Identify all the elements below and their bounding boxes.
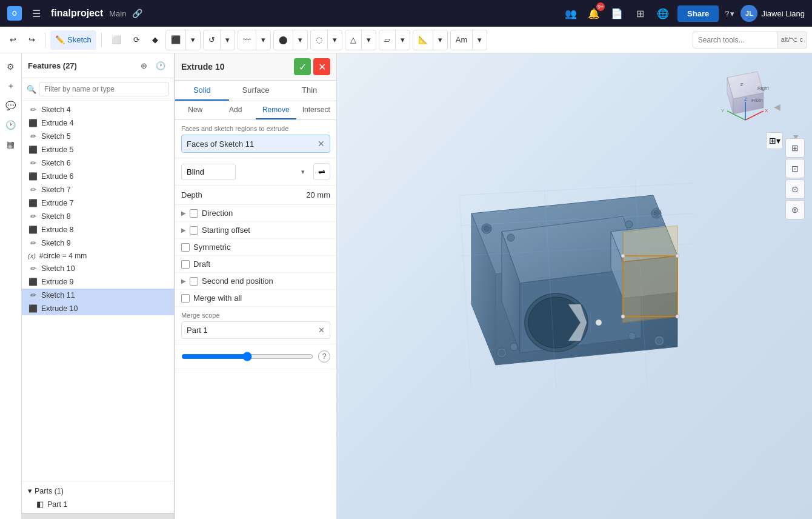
op-new[interactable]: New: [175, 101, 216, 119]
feature-item-extrude10[interactable]: ⬛ Extrude 10: [22, 302, 174, 315]
dialog-cancel-button[interactable]: ✕: [313, 58, 330, 75]
merge-scope-clear-icon[interactable]: ✕: [318, 326, 325, 335]
feature-item-sketch7[interactable]: ✏ Sketch 7: [22, 183, 174, 196]
tab-surface[interactable]: Surface: [229, 81, 283, 101]
feature-item-extrude5[interactable]: ⬛ Extrude 5: [22, 143, 174, 156]
direction-row[interactable]: ▶ Direction: [175, 205, 336, 222]
method-select[interactable]: Blind Through All Up to Face Up to Verte…: [181, 164, 236, 180]
link-icon[interactable]: 🔗: [132, 8, 142, 18]
view-control-3[interactable]: ⊙: [785, 179, 805, 199]
measure-dropdown[interactable]: ▾: [433, 30, 447, 50]
extrude-button[interactable]: ⬛: [166, 30, 186, 50]
merge-all-checkbox[interactable]: [181, 294, 190, 303]
menu-icon[interactable]: ☰: [28, 5, 45, 22]
flip-direction-button[interactable]: ⇌: [313, 163, 330, 180]
feature-item-variable[interactable]: (x) #circle = 4 mm: [22, 250, 174, 262]
view-dropdown-arrow[interactable]: ▾: [473, 30, 487, 50]
history-icon[interactable]: 🕐: [2, 116, 19, 133]
view-control-4[interactable]: ⊚: [785, 200, 805, 219]
op-remove[interactable]: Remove: [256, 101, 296, 119]
view-button-1[interactable]: ⬜: [107, 30, 126, 50]
redo-button[interactable]: ↪: [24, 30, 40, 50]
comments-icon[interactable]: 💬: [2, 97, 19, 114]
second-end-checkbox[interactable]: [190, 277, 198, 286]
notification-badge[interactable]: 🔔 9+: [585, 5, 602, 22]
help-button[interactable]: ? ▾: [725, 9, 734, 18]
starting-offset-checkbox[interactable]: [190, 226, 198, 235]
tab-thin[interactable]: Thin: [282, 81, 336, 101]
feature-item-sketch6[interactable]: ✏ Sketch 6: [22, 156, 174, 170]
measure-button[interactable]: 📐: [413, 30, 433, 50]
merge-all-row[interactable]: Merge with all: [175, 290, 336, 307]
feature-item-extrude9[interactable]: ⬛ Extrude 9: [22, 275, 174, 289]
collaboration-icon[interactable]: 👥: [562, 5, 579, 22]
part-item-1[interactable]: ◧ Part 1: [22, 498, 174, 511]
tools-icon[interactable]: ⚙: [2, 58, 19, 75]
mirror-button[interactable]: ⬤: [274, 30, 293, 50]
history-feature-icon[interactable]: 🕐: [153, 58, 168, 73]
nav-cube[interactable]: Z Front Right X Y Z: [715, 65, 776, 126]
sketch-icon-10: ✏: [28, 264, 38, 273]
feature-item-sketch9[interactable]: ✏ Sketch 9: [22, 236, 174, 250]
feature-item-sketch11[interactable]: ✏ Sketch 11: [22, 289, 174, 302]
mirror-dropdown[interactable]: ▾: [293, 30, 307, 50]
plane-button[interactable]: ▱: [379, 30, 396, 50]
feature-item-extrude7[interactable]: ⬛ Extrude 7: [22, 196, 174, 210]
add-feature-icon[interactable]: ⊕: [136, 58, 151, 73]
starting-offset-row[interactable]: ▶ Starting offset: [175, 222, 336, 239]
transform-button[interactable]: ⟳: [128, 30, 145, 50]
main-content: ⚙ ＋ 💬 🕐 ▦ Features (27) ⊕ 🕐 🔍 ✏ Sketch 4: [0, 53, 812, 519]
dialog-confirm-button[interactable]: ✓: [294, 58, 311, 75]
feature-search-input[interactable]: [39, 82, 169, 96]
sweep-dropdown[interactable]: ▾: [256, 30, 270, 50]
feature-item-extrude4[interactable]: ⬛ Extrude 4: [22, 116, 174, 130]
faces-clear-icon[interactable]: ✕: [318, 139, 325, 149]
op-intersect[interactable]: Intersect: [296, 101, 337, 119]
plane-dropdown[interactable]: ▾: [396, 30, 410, 50]
chamfer-dropdown[interactable]: ▾: [362, 30, 376, 50]
globe-icon[interactable]: 🌐: [654, 5, 671, 22]
grid-icon[interactable]: ⊞: [631, 5, 648, 22]
draft-row[interactable]: Draft: [175, 256, 336, 273]
feature-panel-scrollbar[interactable]: [22, 513, 174, 519]
draft-checkbox[interactable]: [181, 260, 190, 269]
view-control-1[interactable]: ⊞: [785, 138, 805, 158]
add-icon[interactable]: ＋: [2, 78, 19, 95]
fillet-button[interactable]: ◌: [311, 30, 328, 50]
cube-view-selector[interactable]: ⊞▾: [766, 132, 783, 149]
view-control-2[interactable]: ⊡: [785, 159, 805, 178]
view-dropdown-1[interactable]: Am: [451, 30, 473, 50]
fillet-dropdown[interactable]: ▾: [328, 30, 342, 50]
op-add[interactable]: Add: [216, 101, 256, 119]
share-button[interactable]: Share: [677, 5, 719, 22]
nav-arrow-left[interactable]: ◀: [774, 102, 780, 112]
sketch-button[interactable]: ✏️ Sketch: [50, 30, 96, 50]
revolve-dropdown[interactable]: ▾: [221, 30, 235, 50]
symmetric-checkbox[interactable]: [181, 243, 190, 252]
direction-checkbox[interactable]: [190, 209, 198, 218]
feature-item-sketch4[interactable]: ✏ Sketch 4: [22, 103, 174, 116]
document-icon[interactable]: 📄: [608, 5, 625, 22]
extrude-dropdown[interactable]: ▾: [186, 30, 200, 50]
feature-item-extrude8[interactable]: ⬛ Extrude 8: [22, 223, 174, 236]
solid-button[interactable]: ◆: [147, 30, 163, 50]
help-icon[interactable]: ?: [318, 350, 330, 363]
undo-button[interactable]: ↩: [5, 30, 21, 50]
parts-header[interactable]: ▾ Parts (1): [22, 484, 174, 498]
tab-solid[interactable]: Solid: [175, 81, 229, 101]
revolve-button[interactable]: ↺: [204, 30, 221, 50]
feature-item-extrude6[interactable]: ⬛ Extrude 6: [22, 170, 174, 183]
second-end-row[interactable]: ▶ Second end position: [175, 273, 336, 290]
sweep-button[interactable]: 〰: [238, 30, 256, 50]
search-input[interactable]: [693, 32, 777, 49]
user-info[interactable]: JL Jiawei Liang: [740, 5, 805, 22]
feature-item-sketch5[interactable]: ✏ Sketch 5: [22, 130, 174, 143]
depth-slider[interactable]: [181, 352, 313, 361]
data-icon[interactable]: ▦: [2, 136, 19, 153]
viewport[interactable]: Z Front Right X Y Z ◀ ▼ ⊞▾ ⊞ ⊡ ⊙ ⊚: [337, 53, 812, 519]
chamfer-button[interactable]: △: [345, 30, 362, 50]
feature-item-sketch8[interactable]: ✏ Sketch 8: [22, 210, 174, 223]
toolbar: ↩ ↪ ✏️ Sketch ⬜ ⟳ ◆ ⬛ ▾ ↺ ▾ 〰 ▾ ⬤ ▾ ◌ ▾ …: [0, 27, 812, 53]
symmetric-row[interactable]: Symmetric: [175, 239, 336, 256]
feature-item-sketch10[interactable]: ✏ Sketch 10: [22, 262, 174, 275]
